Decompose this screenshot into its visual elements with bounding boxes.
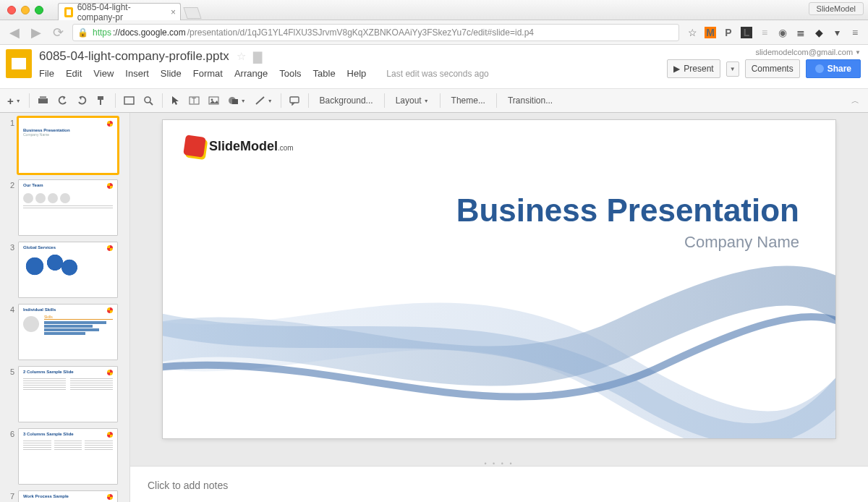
slide-thumbnail-4[interactable]: Individual Skills Skills	[18, 304, 118, 360]
thumb-number: 6	[4, 428, 14, 438]
redo-button[interactable]	[74, 93, 90, 108]
nav-reload-icon[interactable]: ⟳	[51, 25, 65, 41]
ext-buffer-icon[interactable]: ≣	[795, 27, 807, 38]
work-area: 1 Business Presentation Company Name 2 O…	[0, 113, 868, 502]
toolbar-separator	[29, 93, 30, 108]
extension-badge[interactable]: SlideModel	[809, 2, 864, 15]
slide-thumbnail-5[interactable]: 2 Columns Sample Slide	[18, 366, 118, 422]
slides-app-icon[interactable]	[6, 49, 32, 78]
theme-button[interactable]: Theme...	[446, 93, 491, 108]
share-label: Share	[827, 64, 851, 74]
window-close-button[interactable]	[7, 6, 16, 14]
speaker-notes-input[interactable]: Click to add notes	[130, 466, 868, 502]
textbox-tool-button[interactable]: T	[186, 93, 203, 108]
bookmark-star-icon[interactable]: ☆	[686, 27, 698, 38]
paint-format-button[interactable]	[93, 93, 110, 108]
address-bar[interactable]: 🔒 https ://docs.google.com /presentation…	[72, 24, 679, 41]
ext-misc1-icon[interactable]: ≡	[759, 27, 770, 38]
account-email[interactable]: slidemodelcom@gmail.com ▼	[667, 48, 861, 56]
menu-view[interactable]: View	[93, 68, 114, 79]
comment-insert-button[interactable]	[286, 93, 303, 108]
ext-blue-icon[interactable]: ◉	[777, 27, 788, 38]
move-to-folder-icon[interactable]: ▇	[253, 50, 262, 64]
browser-tab-active[interactable]: 6085-04-light-company-pr ×	[58, 3, 181, 20]
slide-subtitle[interactable]: Company Name	[456, 233, 799, 252]
slide-thumbnail-panel[interactable]: 1 Business Presentation Company Name 2 O…	[0, 113, 130, 502]
ext-pinterest-icon[interactable]: P	[723, 27, 734, 38]
svg-point-5	[145, 97, 150, 103]
menu-edit[interactable]: Edit	[66, 68, 82, 79]
star-document-icon[interactable]: ☆	[237, 50, 246, 63]
svg-rect-1	[40, 96, 46, 99]
svg-rect-0	[38, 98, 48, 103]
window-zoom-button[interactable]	[35, 6, 43, 14]
zoom-fit-button[interactable]	[121, 93, 137, 108]
play-icon: ▶	[673, 64, 680, 74]
slide-thumbnail-2[interactable]: Our Team	[18, 179, 118, 236]
slide-thumbnail-7[interactable]: Work Process Sample	[18, 490, 118, 502]
chevron-down-icon: ▼	[424, 98, 429, 103]
print-button[interactable]	[35, 93, 51, 108]
nav-forward-icon[interactable]: ▶	[29, 25, 43, 41]
thumb-number: 2	[4, 179, 14, 190]
window-chrome: 6085-04-light-company-pr × SlideModel	[0, 0, 868, 20]
undo-button[interactable]	[54, 93, 71, 108]
background-button[interactable]: Background...	[314, 93, 379, 108]
menu-slide[interactable]: Slide	[161, 68, 182, 79]
slidemodel-logo-icon	[107, 121, 113, 127]
tab-close-icon[interactable]: ×	[171, 7, 176, 17]
slide-title[interactable]: Business Presentation	[456, 192, 799, 229]
shape-tool-button[interactable]: ▼	[225, 93, 249, 108]
menu-format[interactable]: Format	[193, 68, 223, 79]
canvas-scroll[interactable]: SlideModel.com Business Presentation Com…	[130, 113, 868, 461]
new-tab-button[interactable]	[183, 7, 201, 19]
ext-l-icon[interactable]: L	[741, 27, 752, 38]
new-slide-button[interactable]: +▼	[4, 93, 24, 109]
line-tool-button[interactable]: ▼	[252, 93, 276, 108]
thumb-number: 5	[4, 366, 14, 376]
document-title[interactable]: 6085-04-light-company-profile.pptx	[39, 49, 229, 64]
canvas-area: SlideModel.com Business Presentation Com…	[130, 113, 868, 502]
present-button[interactable]: ▶ Present	[667, 59, 720, 78]
slide-canvas[interactable]: SlideModel.com Business Presentation Com…	[163, 120, 835, 438]
menu-tools[interactable]: Tools	[279, 68, 301, 79]
ext-gm-icon[interactable]: M	[705, 27, 716, 38]
slidemodel-logo-icon	[107, 370, 113, 375]
nav-back-icon[interactable]: ◀	[7, 25, 22, 41]
toolbar-separator	[115, 93, 116, 108]
toolbar-collapse-icon[interactable]: ︿	[851, 95, 859, 106]
world-map-icon	[23, 254, 81, 278]
browser-menu-icon[interactable]: ≡	[849, 27, 861, 38]
slide-thumbnail-3[interactable]: Global Services	[18, 242, 118, 298]
share-button[interactable]: Share	[806, 59, 861, 78]
comments-label: Comments	[752, 64, 793, 74]
svg-line-6	[150, 102, 153, 105]
menu-arrange[interactable]: Arrange	[234, 68, 268, 79]
comments-button[interactable]: Comments	[745, 59, 800, 78]
select-tool-button[interactable]	[168, 93, 183, 108]
layout-button[interactable]: Layout▼	[390, 93, 435, 108]
toolbar-separator	[440, 93, 441, 108]
account-dropdown-icon: ▼	[855, 49, 861, 56]
transition-button[interactable]: Transition...	[502, 93, 558, 108]
menu-help[interactable]: Help	[347, 68, 367, 79]
present-label: Present	[684, 64, 713, 74]
lock-icon: 🔒	[77, 27, 88, 38]
slide-thumbnail-6[interactable]: 3 Columns Sample Slide	[18, 428, 118, 485]
menu-file[interactable]: File	[39, 68, 54, 79]
ext-misc3-icon[interactable]: ◆	[813, 27, 825, 38]
image-tool-button[interactable]	[205, 93, 222, 108]
menu-table[interactable]: Table	[313, 68, 336, 79]
url-scheme: https	[93, 27, 111, 38]
toolbar-separator	[384, 93, 385, 108]
slide-thumbnail-1[interactable]: Business Presentation Company Name	[18, 117, 118, 174]
zoom-tool-button[interactable]	[140, 93, 157, 108]
menu-insert[interactable]: Insert	[125, 68, 149, 79]
present-options-button[interactable]: ▼	[726, 61, 739, 77]
window-minimize-button[interactable]	[21, 6, 30, 14]
thumb-subtitle: Company Name	[23, 132, 113, 137]
svg-text:T: T	[192, 97, 196, 105]
ext-pocket-icon[interactable]: ▾	[831, 27, 843, 38]
slides-header: 6085-04-light-company-profile.pptx ☆ ▇ F…	[0, 45, 868, 88]
slidemodel-logo-icon	[107, 432, 113, 438]
